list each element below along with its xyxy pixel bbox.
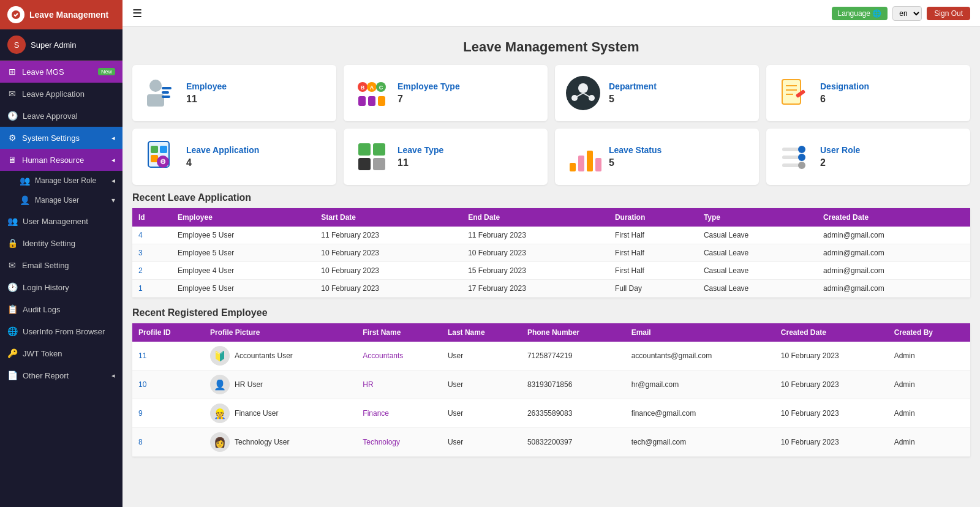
sidebar-item-identity-setting[interactable]: 🔒 Identity Setting	[0, 232, 123, 254]
employee-type-icon: B A C	[353, 75, 390, 111]
emp-created-cell: 10 February 2023	[775, 428, 888, 457]
emp-email-cell: tech@gmail.com	[625, 428, 775, 457]
card-department[interactable]: Department 5	[555, 65, 759, 121]
dashboard-cards-row1: Employee 11 B A C Employee	[123, 65, 980, 129]
emp-last-name-cell: User	[442, 342, 521, 370]
emp-name: Accountants User	[235, 351, 293, 360]
hamburger-button[interactable]: ☰	[132, 7, 142, 20]
col-last-name: Last Name	[442, 323, 521, 342]
sidebar-item-user-management[interactable]: 👥 User Management	[0, 210, 123, 232]
emp-phone-cell: 71258774219	[521, 342, 625, 370]
col-created-by: Created By	[888, 323, 970, 342]
emp-first-name-cell[interactable]: Accountants	[356, 342, 442, 370]
emp-name: Technology User	[235, 438, 289, 446]
svg-rect-14	[378, 96, 385, 106]
card-leave-application[interactable]: ⚙ Leave Application 4	[132, 129, 336, 185]
sidebar-item-other-report[interactable]: 📄 Other Report ◂	[0, 364, 123, 386]
language-select[interactable]: en	[892, 6, 922, 21]
report-icon: 📄	[7, 370, 18, 380]
page-title-area: Leave Management System	[123, 27, 980, 65]
emp-profile-cell: 🔰 Accountants User	[204, 342, 356, 370]
leave-created-cell: admin@gmail.com	[817, 244, 970, 262]
employee-table-body: 11 🔰 Accountants User Accountants User 7…	[132, 342, 970, 457]
emp-first-name-cell[interactable]: Technology	[356, 428, 442, 457]
sidebar-item-manage-user-role[interactable]: 👥 Manage User Role ◂	[0, 171, 123, 190]
leave-employee-cell: Employee 4 User	[172, 262, 315, 280]
emp-id-cell[interactable]: 11	[132, 342, 204, 370]
col-created-date-emp: Created Date	[775, 323, 888, 342]
employee-type-label: Employee Type	[398, 81, 538, 91]
new-badge: New	[98, 68, 115, 75]
leave-id-cell[interactable]: 1	[132, 280, 172, 298]
users-icon: 👥	[7, 216, 18, 226]
app-logo-icon	[7, 6, 24, 23]
leave-employee-cell: Employee 5 User	[172, 227, 315, 244]
svg-text:B: B	[361, 85, 365, 91]
key-icon: 🔑	[7, 348, 18, 358]
svg-point-45	[798, 162, 805, 169]
leave-app-label: Leave Application	[186, 145, 326, 155]
emp-profile-cell: 👷 Finance User	[204, 399, 356, 428]
user-role-label: User Role	[820, 145, 960, 155]
card-leave-status[interactable]: Leave Status 5	[555, 129, 759, 185]
col-id: Id	[132, 208, 172, 227]
card-employee[interactable]: Employee 11	[132, 65, 336, 121]
email-icon: ✉	[7, 260, 17, 270]
user-icon: 👤	[20, 195, 30, 205]
col-employee: Employee	[172, 208, 315, 227]
sidebar-item-email-setting[interactable]: ✉ Email Setting	[0, 254, 123, 276]
sidebar-item-userinfo[interactable]: 🌐 UserInfo From Browser	[0, 320, 123, 342]
emp-first-name-cell[interactable]: Finance	[356, 399, 442, 428]
card-leave-type[interactable]: Leave Type 11	[344, 129, 548, 185]
sidebar-label: System Settings	[22, 133, 80, 143]
leave-table-body: 4 Employee 5 User 11 February 2023 11 Fe…	[132, 227, 970, 298]
svg-rect-5	[162, 96, 170, 98]
emp-id-cell[interactable]: 8	[132, 428, 204, 457]
leave-id-cell[interactable]: 2	[132, 262, 172, 280]
table-row: 4 Employee 5 User 11 February 2023 11 Fe…	[132, 227, 970, 244]
designation-icon	[776, 75, 813, 111]
arrow-icon: ◂	[111, 134, 115, 142]
sidebar-item-leave-application[interactable]: ✉ Leave Application	[0, 83, 123, 105]
sidebar-label: Leave Application	[22, 89, 85, 99]
leave-id-cell[interactable]: 4	[132, 227, 172, 244]
emp-id-cell[interactable]: 9	[132, 399, 204, 428]
sidebar-item-manage-user[interactable]: 👤 Manage User ▾	[0, 190, 123, 210]
globe-icon: 🌐	[7, 326, 18, 336]
svg-point-41	[798, 146, 805, 153]
card-user-role[interactable]: User Role 2	[766, 129, 970, 185]
sidebar-label: Human Resource	[22, 156, 84, 165]
emp-id-cell[interactable]: 10	[132, 370, 204, 399]
svg-rect-35	[373, 158, 385, 170]
sidebar-item-leave-approval[interactable]: 🕐 Leave Approval	[0, 105, 123, 127]
leave-id-cell[interactable]: 3	[132, 244, 172, 262]
grid-icon: ⊞	[7, 67, 17, 77]
employee-table-header-row: Profile ID Profile Picture First Name La…	[132, 323, 970, 342]
sidebar-item-system-settings[interactable]: ⚙ System Settings ◂	[0, 127, 123, 149]
sidebar-item-human-resource[interactable]: 🖥 Human Resource ◂	[0, 149, 123, 171]
emp-createdby-cell: Admin	[888, 428, 970, 457]
employee-type-count: 7	[398, 94, 538, 105]
sidebar-item-audit-logs[interactable]: 📋 Audit Logs	[0, 298, 123, 320]
sidebar-item-jwt-token[interactable]: 🔑 JWT Token	[0, 342, 123, 364]
user-role-card-info: User Role 2	[820, 145, 960, 168]
table-row: 2 Employee 4 User 10 February 2023 15 Fe…	[132, 262, 970, 280]
employee-table-section: Recent Registered Employee Profile ID Pr…	[123, 307, 980, 467]
language-button[interactable]: Language 🌐	[832, 7, 888, 20]
sidebar-item-login-history[interactable]: 🕑 Login History	[0, 276, 123, 298]
employee-card-icon	[142, 75, 179, 111]
leave-type-cell: Casual Leave	[698, 227, 817, 244]
clock-icon: 🕐	[7, 111, 18, 121]
card-employee-type[interactable]: B A C Employee Type 7	[344, 65, 548, 121]
svg-rect-34	[358, 158, 371, 170]
leave-start-date-cell: 10 February 2023	[315, 262, 462, 280]
sidebar-label: Identity Setting	[23, 239, 75, 248]
emp-first-name-cell[interactable]: HR	[356, 370, 442, 399]
emp-phone-cell: 50832200397	[521, 428, 625, 457]
avatar: 👷	[210, 404, 230, 423]
signout-button[interactable]: Sign Out	[927, 7, 970, 20]
history-icon: 🕑	[7, 282, 18, 292]
sidebar-item-leave-mgs[interactable]: ⊞ Leave MGS New	[0, 61, 123, 83]
card-designation[interactable]: Designation 6	[766, 65, 970, 121]
leave-type-card-info: Leave Type 11	[398, 145, 538, 168]
